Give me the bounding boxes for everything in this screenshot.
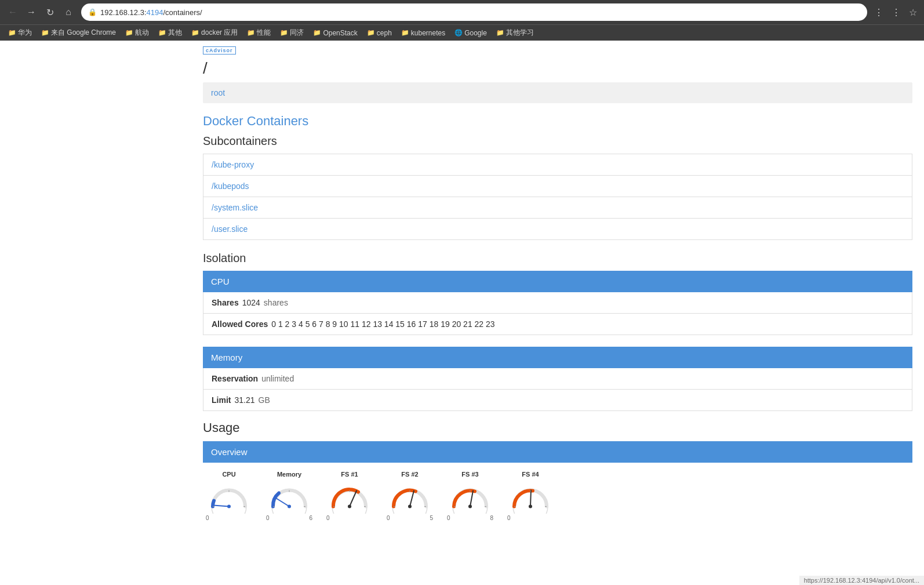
memory-reservation-label: Reservation [212, 374, 258, 383]
bookmark-huawei[interactable]: 📁 华为 [5, 27, 35, 39]
home-button[interactable]: ⌂ [60, 4, 77, 20]
forward-button[interactable]: → [23, 4, 39, 20]
bookmark-folder-icon: 📁 [8, 29, 16, 37]
bookmark-openstack[interactable]: 📁 OpenStack [310, 28, 361, 38]
svg-point-26 [468, 505, 472, 508]
gauge-memory-svg [266, 479, 312, 514]
svg-point-18 [392, 489, 427, 514]
subcontainers-list: /kube-proxy /kubepods /system.slice /use… [203, 154, 912, 240]
menu-button[interactable]: ⋮ [889, 5, 903, 20]
bookmark-label: OpenStack [323, 29, 357, 37]
gauge-fs3: FS #3 08 [444, 471, 496, 521]
url-host: 192.168.12.3: [100, 8, 147, 17]
bookmark-other-learning[interactable]: 📁 其他学习 [493, 27, 537, 39]
subcontainers-heading: Subcontainers [203, 135, 912, 148]
svg-point-2 [227, 505, 231, 508]
bookmark-label: 航动 [135, 28, 149, 38]
logo-text: cAdvisor [203, 46, 236, 54]
memory-limit-value: 31.21 [234, 395, 254, 405]
svg-line-31 [530, 490, 531, 507]
bookmark-folder-icon: 📁 [41, 29, 49, 37]
memory-limit-unit: GB [259, 395, 270, 405]
gauge-fs1-range: 0 [326, 515, 373, 521]
gauge-memory-range: 06 [266, 515, 312, 521]
logo: cAdvisor [203, 46, 236, 54]
gauge-fs2-label: FS #2 [401, 471, 418, 478]
subcontainer-link-system-slice[interactable]: /system.slice [212, 203, 258, 212]
subcontainer-link-user-slice[interactable]: /user.slice [212, 224, 248, 234]
bookmark-folder-icon: 📁 [496, 29, 504, 37]
usage-heading: Usage [203, 420, 912, 435]
address-bar[interactable]: 🔒 192.168.12.3:4194/containers/ [81, 3, 867, 21]
google-icon: 🌐 [454, 29, 463, 37]
nav-buttons: ← → ↻ ⌂ [5, 4, 77, 20]
url-path: /containers/ [163, 8, 202, 17]
bookmark-button[interactable]: ☆ [907, 5, 919, 20]
cpu-cores-label: Allowed Cores [212, 319, 268, 329]
cpu-cores-row: Allowed Cores 0 1 2 3 4 5 6 7 8 9 10 11 … [203, 314, 912, 335]
bookmark-folder-icon: 📁 [125, 29, 133, 37]
reload-button[interactable]: ↻ [42, 4, 58, 20]
gauge-fs3-range: 08 [447, 515, 493, 521]
bookmark-ceph[interactable]: 📁 ceph [363, 28, 395, 38]
gauge-fs1: FS #1 0 [323, 471, 376, 521]
url-port: 4194 [147, 8, 163, 17]
extensions-button[interactable]: ⋮ [872, 5, 886, 20]
memory-limit-label: Limit [212, 395, 231, 405]
cpu-section: CPU Shares 1024 shares Allowed Cores 0 1… [203, 271, 912, 335]
bookmark-docker[interactable]: 📁 docker 应用 [188, 27, 241, 39]
security-icon: 🔒 [88, 8, 97, 16]
bookmark-folder-icon: 📁 [367, 29, 375, 37]
gauge-fs4-range: 0 [507, 515, 554, 521]
bookmark-label: 性能 [257, 28, 271, 38]
gauge-fs1-svg [326, 479, 373, 514]
subcontainer-link-kubepods[interactable]: /kubepods [212, 181, 249, 191]
bookmark-label: 其他 [168, 28, 182, 38]
memory-header: Memory [203, 347, 912, 368]
gauge-fs3-label: FS #3 [461, 471, 478, 478]
bookmark-label: ceph [377, 29, 392, 37]
cpu-shares-label: Shares [212, 298, 239, 307]
gauge-memory: Memory 06 [263, 471, 315, 521]
page-content: cAdvisor / root Docker Containers Subcon… [0, 41, 924, 562]
gauge-memory-label: Memory [277, 471, 301, 478]
breadcrumb-bar: root [203, 82, 912, 103]
bookmark-folder-icon: 📁 [313, 29, 321, 37]
breadcrumb-slash: / [203, 59, 912, 78]
gauge-fs4-svg [507, 479, 554, 514]
cpu-header: CPU [203, 271, 912, 292]
subcontainer-link-kube-proxy[interactable]: /kube-proxy [212, 160, 254, 169]
bookmark-performance[interactable]: 📁 性能 [243, 27, 274, 39]
browser-actions: ⋮ ⋮ ☆ [872, 5, 919, 20]
bookmark-folder-icon: 📁 [280, 29, 288, 37]
gauge-cpu: CPU 0 [203, 471, 255, 521]
bookmark-kubernetes[interactable]: 📁 kubernetes [398, 28, 449, 38]
cpu-shares-row: Shares 1024 shares [203, 292, 912, 314]
gauge-cpu-label: CPU [222, 471, 235, 478]
list-item: /user.slice [203, 219, 912, 239]
gauge-fs2: FS #2 05 [384, 471, 436, 521]
back-button[interactable]: ← [5, 4, 21, 20]
gauge-fs2-range: 05 [387, 515, 433, 521]
bookmark-chrome[interactable]: 📁 来自 Google Chrome [38, 27, 119, 39]
bookmark-other[interactable]: 📁 其他 [155, 27, 185, 39]
breadcrumb-root-link[interactable]: root [211, 88, 225, 97]
bookmark-folder-icon: 📁 [247, 29, 255, 37]
gauge-cpu-range: 0 [206, 515, 252, 521]
svg-point-0 [212, 489, 246, 514]
bookmark-label: 其他学习 [506, 28, 534, 38]
gauges-row: CPU 0 Memory [203, 463, 912, 529]
bookmark-tongji[interactable]: 📁 同济 [277, 27, 307, 39]
gauge-cpu-svg [206, 479, 252, 514]
bookmark-label: 同济 [290, 28, 304, 38]
bookmark-folder-icon: 📁 [191, 29, 199, 37]
gauge-fs4: FS #4 0 [504, 471, 556, 521]
bookmark-hangdong[interactable]: 📁 航动 [122, 27, 152, 39]
memory-reservation-row: Reservation unlimited [203, 368, 912, 390]
svg-point-8 [288, 505, 291, 508]
gauge-fs3-svg [447, 479, 493, 514]
bookmark-label: 来自 Google Chrome [51, 28, 116, 38]
isolation-heading: Isolation [203, 252, 912, 265]
bookmark-folder-icon: 📁 [158, 29, 166, 37]
bookmark-google[interactable]: 🌐 Google [451, 28, 490, 38]
